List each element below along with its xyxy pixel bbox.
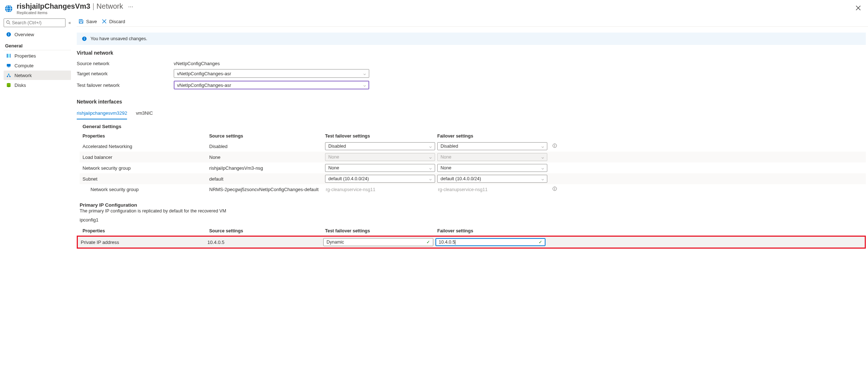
- page-section: Network: [97, 2, 123, 10]
- sidebar-item-overview[interactable]: Overview: [4, 30, 71, 39]
- row-private-ip: Private IP address 10.4.0.5 Dynamic ✓ 10…: [78, 237, 865, 248]
- svg-rect-27: [84, 38, 84, 40]
- accnet-fail-dropdown[interactable]: Disabled⌵: [437, 142, 547, 150]
- cell-source: default: [209, 176, 325, 182]
- save-label: Save: [86, 19, 97, 24]
- title-separator: |: [92, 2, 94, 10]
- chevron-down-icon: ⌵: [542, 166, 544, 170]
- cell-label: Subnet: [83, 176, 209, 182]
- chevron-down-icon: ⌵: [429, 166, 432, 170]
- close-icon[interactable]: [854, 4, 862, 13]
- test-failover-network-dropdown[interactable]: vNetIpConfigChanges-asr ⌵: [174, 81, 369, 89]
- nsg-test-dropdown[interactable]: None⌵: [325, 164, 435, 172]
- sidebar-group-general: General: [4, 39, 71, 50]
- private-ip-failover-input[interactable]: 10.4.0.5 ✓: [435, 238, 545, 246]
- svg-rect-14: [8, 67, 9, 67]
- sidebar-item-compute[interactable]: Compute: [4, 61, 71, 70]
- page-header: rishjaiIpChangesVm3 | Network ⋯ Replicat…: [0, 0, 868, 16]
- col-properties: Properties: [83, 134, 209, 139]
- subnet-fail-dropdown[interactable]: default (10.4.0.0/24)⌵: [437, 175, 547, 183]
- lb-fail-dropdown: None⌵: [437, 153, 547, 161]
- check-icon: ✓: [426, 240, 430, 245]
- properties-icon: [6, 53, 12, 59]
- col-test-failover: Test failover settings: [325, 228, 437, 233]
- svg-point-34: [554, 187, 555, 188]
- search-icon: [6, 20, 10, 26]
- grid-header: Properties Source settings Test failover…: [80, 131, 866, 141]
- subnet-test-dropdown[interactable]: default (10.4.0.0/24)⌵: [325, 175, 435, 183]
- info-icon[interactable]: [552, 143, 557, 149]
- cell-source: Disabled: [209, 144, 325, 149]
- ip-grid-header: Properties Source settings Test failover…: [80, 226, 868, 236]
- row-load-balancer: Load balancer None None⌵ None⌵: [80, 152, 866, 162]
- test-failover-network-label: Test failover network: [77, 83, 174, 88]
- accnet-test-dropdown[interactable]: Disabled⌵: [325, 142, 435, 150]
- sidebar-item-network[interactable]: Network: [4, 71, 71, 80]
- breadcrumb: Replicated items: [17, 10, 133, 15]
- search-input[interactable]: [4, 18, 66, 27]
- nsg-fail-dropdown[interactable]: None⌵: [437, 164, 547, 172]
- chevron-down-icon: ⌵: [363, 83, 366, 88]
- subnsg-test-value: rg-cleanupservice-nsg11: [325, 187, 375, 192]
- row-subnet-nsg: Network security group NRMS-2pecgwj5zson…: [80, 184, 866, 194]
- svg-point-5: [7, 21, 9, 24]
- row-subnet: Subnet default default (10.4.0.0/24)⌵ de…: [80, 173, 866, 184]
- info-icon: [82, 36, 87, 41]
- chevron-down-icon: ⌵: [429, 155, 432, 160]
- private-ip-test-input[interactable]: Dynamic ✓: [323, 238, 433, 246]
- discard-icon: [101, 18, 107, 24]
- discard-label: Discard: [109, 19, 125, 24]
- lb-test-dropdown: None⌵: [325, 153, 435, 161]
- sidebar-item-label: Overview: [14, 32, 34, 37]
- svg-line-6: [9, 23, 10, 24]
- page-title: rishjaiIpChangesVm3: [17, 2, 90, 10]
- primary-ip-section: Primary IP Configuration The primary IP …: [80, 202, 868, 236]
- nic-tab-1[interactable]: rishjaiipchangesvm3292: [77, 108, 127, 119]
- cell-label: Network security group: [83, 187, 209, 192]
- save-button[interactable]: Save: [78, 18, 97, 24]
- sidebar-item-disks[interactable]: Disks: [4, 80, 71, 90]
- discard-button[interactable]: Discard: [101, 18, 125, 24]
- search-field[interactable]: [12, 20, 63, 25]
- unsaved-text: You have unsaved changes.: [90, 36, 147, 41]
- chevron-down-icon: ⌵: [429, 144, 432, 149]
- target-network-dropdown[interactable]: vNetIpConfigChanges-asr ⌵: [174, 69, 369, 78]
- collapse-sidebar-icon[interactable]: «: [68, 20, 71, 25]
- unsaved-banner: You have unsaved changes.: [77, 33, 866, 45]
- row-accelerated-networking: Accelerated Networking Disabled Disabled…: [80, 141, 866, 152]
- cell-source: NRMS-2pecgwj5zsoncvNetIpConfigChanges-de…: [209, 187, 325, 192]
- general-settings-title: General Settings: [83, 124, 868, 129]
- private-ip-source: 10.4.0.5: [207, 240, 323, 245]
- svg-point-9: [8, 33, 9, 34]
- svg-rect-33: [554, 189, 555, 190]
- col-source: Source settings: [209, 134, 325, 139]
- svg-rect-23: [80, 22, 83, 23]
- subnsg-fail-value: rg-cleanupservice-nsg11: [437, 187, 488, 192]
- col-failover: Failover settings: [437, 228, 549, 233]
- general-settings-grid: Properties Source settings Test failover…: [80, 131, 866, 194]
- highlight-private-ip: Private IP address 10.4.0.5 Dynamic ✓ 10…: [77, 236, 866, 249]
- input-value: 10.4.0.5: [439, 240, 455, 245]
- primary-ip-title: Primary IP Configuration: [80, 202, 868, 208]
- cell-label: Network security group: [83, 165, 209, 171]
- sidebar-item-properties[interactable]: Properties: [4, 51, 71, 60]
- cell-label: Accelerated Networking: [83, 144, 209, 149]
- more-dots-icon[interactable]: ⋯: [128, 4, 133, 10]
- sidebar: « Overview General Properties Compute: [0, 16, 72, 249]
- virtual-network-title: Virtual network: [77, 50, 868, 56]
- svg-rect-12: [10, 54, 11, 58]
- cell-source: rishjaiIpChangesVm3-nsg: [209, 165, 325, 171]
- source-network-label: Source network: [77, 61, 174, 66]
- sidebar-item-label: Disks: [14, 83, 26, 88]
- text-cursor: [455, 240, 455, 245]
- sidebar-item-label: Compute: [14, 63, 34, 68]
- nic-tab-2[interactable]: vm3NIC: [136, 108, 153, 119]
- chevron-down-icon: ⌵: [542, 144, 544, 149]
- globe-icon: [4, 4, 13, 13]
- svg-rect-11: [8, 54, 9, 58]
- network-icon: [6, 72, 12, 78]
- col-test-failover: Test failover settings: [325, 134, 437, 139]
- info-icon[interactable]: [552, 186, 557, 192]
- row-nsg: Network security group rishjaiIpChangesV…: [80, 162, 866, 173]
- source-network-value: vNetIpConfigChanges: [174, 61, 220, 66]
